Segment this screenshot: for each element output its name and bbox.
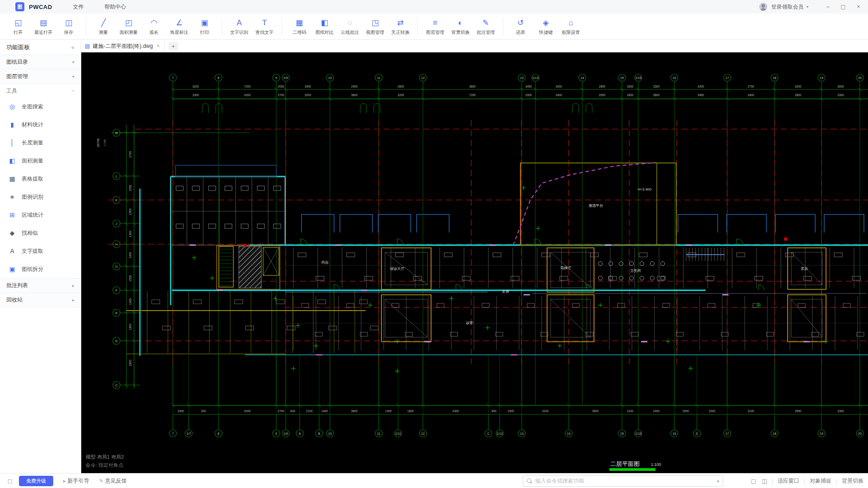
sidebar-item-material-stats[interactable]: ▮材料统计 bbox=[0, 116, 81, 134]
menu-item-0[interactable]: 文件 bbox=[73, 3, 84, 11]
sidebar-item-region-stats[interactable]: ⊞区域统计 bbox=[0, 206, 81, 224]
sidebar-item-text-extract[interactable]: A文字提取 bbox=[0, 242, 81, 260]
toolbar-find-text-button[interactable]: T查找文字 bbox=[252, 17, 277, 37]
toolbar-cloud-markup-button[interactable]: ◌云线批注 bbox=[337, 17, 362, 37]
toolbar-area-measure-button[interactable]: ◰面积测量 bbox=[116, 17, 141, 37]
drawing-tab-title: 建施-二层平面图(终).dwg bbox=[93, 42, 153, 50]
menu-item-1[interactable]: 帮助中心 bbox=[105, 3, 126, 11]
minimize-button[interactable]: – bbox=[820, 0, 836, 14]
area-measure-icon: ◰ bbox=[125, 19, 132, 28]
toolbar-view-manager-button[interactable]: ◳视图管理 bbox=[362, 17, 388, 37]
chevron-down-icon[interactable]: ▾ bbox=[72, 74, 74, 79]
svg-text:2700: 2700 bbox=[129, 151, 132, 158]
sidebar-item-label: 长度测量 bbox=[22, 139, 43, 147]
sidebar-item-full-search[interactable]: ◎全图搜索 bbox=[0, 98, 81, 116]
status-app-icon[interactable]: ◻ bbox=[6, 477, 14, 484]
svg-text:1:100: 1:100 bbox=[103, 139, 106, 146]
toolbar-measure-button[interactable]: ╱测量 bbox=[91, 17, 116, 37]
chevron-down-icon[interactable]: ▾ bbox=[72, 60, 74, 65]
svg-text:3300: 3300 bbox=[192, 93, 199, 97]
sidebar-section-recycle-bin[interactable]: 回收站▸ bbox=[0, 293, 81, 307]
toolbar-angle-dim-button[interactable]: ∠角度标注 bbox=[167, 17, 192, 37]
toolbar-background-button[interactable]: ◐背景切换 bbox=[448, 17, 473, 37]
toolbar-recent-label: 最近打开 bbox=[34, 29, 52, 35]
statusbar-guide-link[interactable]: ▸新手引导 bbox=[63, 477, 89, 485]
sidebar-item-drawing-split[interactable]: ▣图纸拆分 bbox=[0, 260, 81, 278]
drawing-tab[interactable]: ▤ 建施-二层平面图(终).dwg × bbox=[81, 40, 165, 52]
svg-text:2600: 2600 bbox=[398, 85, 404, 88]
toolbar-view-manager-label: 视图管理 bbox=[366, 29, 384, 35]
recent-icon: ▤ bbox=[40, 19, 47, 28]
sidebar-item-table-extract[interactable]: ▦表格提取 bbox=[0, 170, 81, 188]
toolbar-tz-convert-button[interactable]: ⇄天正转换 bbox=[388, 17, 413, 37]
restore-icon: ↺ bbox=[517, 19, 524, 28]
svg-text:1800: 1800 bbox=[129, 323, 132, 330]
drawing-viewport[interactable]: 7891/9101112131/1314151/1516171819203300… bbox=[81, 52, 868, 473]
maximize-button[interactable]: ▢ bbox=[836, 0, 851, 14]
chevron-right-icon[interactable]: ▸ bbox=[72, 297, 74, 302]
sidebar-item-label: 找相似 bbox=[22, 229, 38, 237]
toolbar-save-button[interactable]: ◫保存 bbox=[56, 17, 81, 37]
sidebar-item-area-measure[interactable]: ◧面积测量 bbox=[0, 152, 81, 170]
statusbar-item-1[interactable]: 对象捕捉 bbox=[810, 477, 831, 485]
toolbar-qrcode-button[interactable]: ▦二维码 bbox=[287, 17, 312, 37]
sidebar-section-drawing-catalog[interactable]: 图纸目录▾ bbox=[0, 55, 81, 70]
toolbar-layer-manager-button[interactable]: ≡图层管理 bbox=[422, 17, 448, 37]
toolbar-group-4: ≡图层管理◐背景切换✎批注管理 bbox=[422, 17, 498, 37]
sidebar-section-markup-list[interactable]: 批注列表▸ bbox=[0, 279, 81, 293]
chevron-right-icon[interactable]: ▸ bbox=[72, 283, 74, 288]
title-bar: 图 PWCAD 文件帮助中心 登录领取会员 ▾ –▢× bbox=[0, 0, 868, 14]
statusbar-item-0[interactable]: 适应窗口 bbox=[778, 477, 799, 485]
tools-section-title: 工具 bbox=[6, 87, 17, 95]
upgrade-button[interactable]: 免费升级 bbox=[19, 476, 53, 486]
tab-close-icon[interactable]: × bbox=[157, 43, 160, 49]
close-button[interactable]: × bbox=[851, 0, 866, 14]
plan-layer: 候诊大厅药房诊室电梯厅卫生间屋面平台H=3.900库房走廊二层平面图1:100模… bbox=[86, 163, 868, 471]
statusbar-feedback-link[interactable]: ✎意见反馈 bbox=[99, 477, 127, 485]
toolbar-print-button[interactable]: ▣打印 bbox=[192, 17, 217, 37]
svg-text:屋面平台: 屋面平台 bbox=[589, 204, 603, 208]
toolbar-save-label: 保存 bbox=[64, 29, 73, 35]
toolbar-markup-manager-button[interactable]: ✎批注管理 bbox=[473, 17, 498, 37]
toolbar-measure-label: 测量 bbox=[99, 29, 108, 35]
sidebar-section-label: 回收站 bbox=[6, 296, 23, 304]
user-login-text[interactable]: 登录领取会员 bbox=[771, 3, 803, 11]
tools-collapse-icon[interactable]: − bbox=[71, 88, 74, 94]
grid-view-icon[interactable]: ▢ bbox=[751, 478, 756, 484]
toolbar-recent-button[interactable]: ▤最近打开 bbox=[31, 17, 56, 37]
command-search-input[interactable]: 输入命令或搜索功能 ▾ bbox=[523, 475, 723, 487]
svg-text:1500: 1500 bbox=[507, 409, 514, 413]
command-dropdown-icon[interactable]: ▾ bbox=[717, 479, 719, 483]
svg-text:2800: 2800 bbox=[795, 93, 802, 97]
statusbar-item-2[interactable]: 背景切换 bbox=[842, 477, 863, 485]
toolbar-arc-length-button[interactable]: ◠弧长 bbox=[141, 17, 167, 37]
sidebar-item-length-measure[interactable]: │长度测量 bbox=[0, 134, 81, 152]
region-stats-icon: ⊞ bbox=[8, 211, 16, 218]
svg-text:C: C bbox=[487, 432, 489, 435]
toolbar-permissions-button[interactable]: ⌂权限设置 bbox=[558, 17, 584, 37]
sidebar-collapse-icon[interactable]: « bbox=[71, 44, 74, 51]
user-avatar[interactable] bbox=[759, 3, 767, 11]
toolbar-restore-button[interactable]: ↺还原 bbox=[508, 17, 533, 37]
toolbar-text-recognize-button[interactable]: A文字识别 bbox=[227, 17, 252, 37]
svg-text:2700: 2700 bbox=[278, 93, 284, 97]
svg-text:10: 10 bbox=[328, 76, 332, 79]
sidebar-item-legend-recognize[interactable]: ∗图例识别 bbox=[0, 188, 81, 206]
toolbar-layer-manager-label: 图层管理 bbox=[426, 29, 444, 35]
toolbar-group-0: ◱打开▤最近打开◫保存 bbox=[5, 17, 81, 37]
svg-text:7200: 7200 bbox=[244, 85, 251, 88]
window-view-icon[interactable]: ◫ bbox=[761, 478, 767, 484]
toolbar-drawing-compare-button[interactable]: ◧图纸对比 bbox=[312, 17, 337, 37]
toolbar-shortcuts-button[interactable]: ◈快捷键 bbox=[533, 17, 558, 37]
svg-text:1/15: 1/15 bbox=[635, 76, 641, 79]
sidebar-section-layer-list[interactable]: 图层管理▾ bbox=[0, 70, 81, 84]
text-extract-icon: A bbox=[8, 247, 16, 255]
toolbar-shortcuts-label: 快捷键 bbox=[539, 29, 552, 35]
toolbar-angle-dim-label: 角度标注 bbox=[170, 29, 188, 35]
svg-text:3300: 3300 bbox=[627, 85, 634, 88]
svg-text:2000: 2000 bbox=[709, 409, 715, 413]
user-caret-icon[interactable]: ▾ bbox=[806, 5, 808, 9]
new-tab-button[interactable]: + bbox=[168, 42, 178, 50]
sidebar-item-find-similar[interactable]: ◆找相似 bbox=[0, 224, 81, 242]
toolbar-open-button[interactable]: ◱打开 bbox=[5, 17, 31, 37]
